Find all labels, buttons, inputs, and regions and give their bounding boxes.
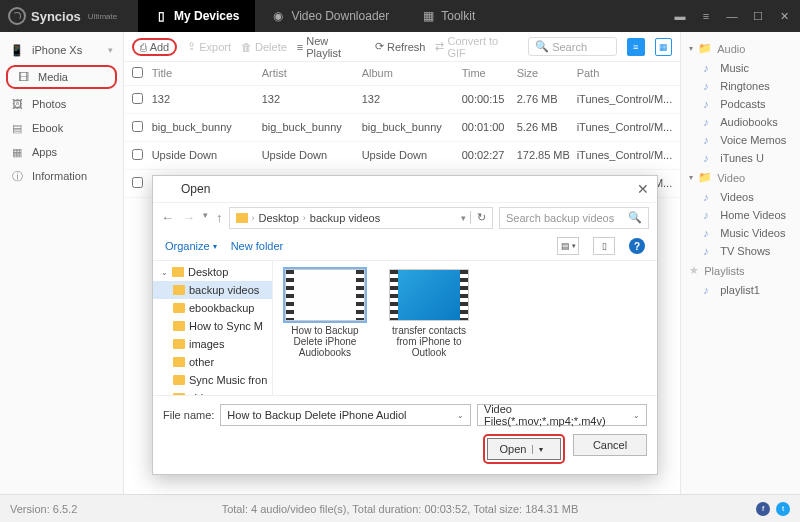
folder-tree[interactable]: ⌄Desktopbackup videosebookbackupHow to S…	[153, 261, 273, 395]
open-button[interactable]: Open ▾	[487, 438, 561, 460]
section-audio[interactable]: ▾📁Audio	[685, 38, 796, 59]
table-row[interactable]: Upside DownUpside DownUpside Down00:02:2…	[124, 142, 681, 170]
tree-node[interactable]: ⌄Desktop	[153, 263, 272, 281]
sidebar-item-apps[interactable]: ▦ Apps	[0, 140, 123, 164]
facebook-icon[interactable]: f	[756, 502, 770, 516]
tab-video-downloader[interactable]: ◉ Video Downloader	[255, 0, 405, 32]
maximize-icon[interactable]: ☐	[750, 10, 766, 23]
tab-toolkit[interactable]: ▦ Toolkit	[405, 0, 491, 32]
totals-text: Total: 4 audio/video file(s), Total dura…	[222, 503, 579, 515]
expand-icon[interactable]: ⌄	[161, 268, 168, 277]
tree-node[interactable]: other	[153, 353, 272, 371]
tree-node[interactable]: video	[153, 389, 272, 395]
twitter-icon[interactable]: t	[776, 502, 790, 516]
organize-button[interactable]: Organize▾	[165, 240, 217, 252]
row-checkbox[interactable]	[132, 149, 143, 160]
delete-button[interactable]: 🗑Delete	[241, 41, 287, 53]
category-item[interactable]: ♪TV Shows	[685, 242, 796, 260]
export-button[interactable]: ⇪Export	[187, 40, 231, 53]
cell-title: Upside Down	[152, 149, 262, 162]
chevron-down-icon[interactable]: ⌄	[457, 411, 464, 420]
cell-path: iTunes_Control/M...	[577, 121, 673, 134]
tab-my-devices[interactable]: ▯ My Devices	[138, 0, 255, 32]
device-selector[interactable]: 📱 iPhone Xs ▾	[0, 38, 123, 62]
tree-node[interactable]: ebookbackup	[153, 299, 272, 317]
select-all-checkbox[interactable]	[132, 67, 143, 78]
tree-node[interactable]: images	[153, 335, 272, 353]
add-button[interactable]: ⎙ Add	[132, 38, 178, 56]
minimize-icon[interactable]: —	[724, 10, 740, 23]
folder-icon: 📁	[698, 42, 712, 55]
table-row[interactable]: big_buck_bunnybig_buck_bunnybig_buck_bun…	[124, 114, 681, 142]
sidebar-item-ebook[interactable]: ▤ Ebook	[0, 116, 123, 140]
view-grid-button[interactable]: ▦	[655, 38, 673, 56]
close-icon[interactable]: ✕	[776, 10, 792, 23]
menu-icon[interactable]: ≡	[698, 10, 714, 23]
sidebar-label: Ebook	[32, 122, 63, 134]
view-mode-button[interactable]: ▤▾	[557, 237, 579, 255]
category-item[interactable]: ♪Music	[685, 59, 796, 77]
cancel-button[interactable]: Cancel	[573, 434, 647, 456]
search-input[interactable]: 🔍Search	[528, 37, 617, 56]
cell-time: 00:00:15	[462, 93, 517, 106]
category-item[interactable]: ♪iTunes U	[685, 149, 796, 167]
refresh-button[interactable]: ⟳Refresh	[375, 40, 426, 53]
dialog-search[interactable]: Search backup videos 🔍	[499, 207, 649, 229]
category-item[interactable]: ♪Ringtones	[685, 77, 796, 95]
tree-node[interactable]: Sync Music fron	[153, 371, 272, 389]
file-list[interactable]: How to Backup Delete iPhone Audiobooks t…	[273, 261, 657, 395]
category-item[interactable]: ♪Podcasts	[685, 95, 796, 113]
cell-path: iTunes_Control/M...	[577, 149, 673, 162]
new-folder-button[interactable]: New folder	[231, 240, 284, 252]
view-list-button[interactable]: ≡	[627, 38, 645, 56]
col-time[interactable]: Time	[462, 67, 517, 80]
category-item[interactable]: ♪playlist1	[685, 281, 796, 299]
col-size[interactable]: Size	[517, 67, 577, 80]
tree-node[interactable]: backup videos	[153, 281, 272, 299]
category-item[interactable]: ♪Home Videos	[685, 206, 796, 224]
file-thumb[interactable]: transfer contacts from iPhone to Outlook	[385, 269, 473, 358]
table-row[interactable]: 13213213200:00:152.76 MBiTunes_Control/M…	[124, 86, 681, 114]
row-checkbox[interactable]	[132, 177, 143, 188]
row-checkbox[interactable]	[132, 121, 143, 132]
category-item[interactable]: ♪Voice Memos	[685, 131, 796, 149]
convert-gif-button[interactable]: ⇄Convert to GIF	[435, 35, 518, 59]
breadcrumb[interactable]: › Desktop › backup videos ▾ ↻	[229, 207, 494, 229]
category-item[interactable]: ♪Audiobooks	[685, 113, 796, 131]
filetype-select[interactable]: Video Files(*.mov;*.mp4;*.m4v) ⌄	[477, 404, 647, 426]
new-playlist-button[interactable]: ≡New Playlist	[297, 35, 365, 59]
filename-input[interactable]: How to Backup Delete iPhone Audiol ⌄	[220, 404, 471, 426]
col-title[interactable]: Title	[152, 67, 262, 80]
sidebar-item-media[interactable]: 🎞 Media	[6, 65, 117, 89]
up-icon[interactable]: ↑	[216, 210, 223, 225]
col-album[interactable]: Album	[362, 67, 462, 80]
crumb-folder[interactable]: backup videos	[310, 212, 380, 224]
help-icon[interactable]: ?	[629, 238, 645, 254]
sidebar-item-information[interactable]: ⓘ Information	[0, 164, 123, 188]
section-playlists[interactable]: ★Playlists	[685, 260, 796, 281]
file-name: How to Backup Delete iPhone Audiobooks	[281, 325, 369, 358]
chat-icon[interactable]: ▬	[672, 10, 688, 23]
tree-node[interactable]: How to Sync M	[153, 317, 272, 335]
preview-pane-button[interactable]: ▯	[593, 237, 615, 255]
crumb-desktop[interactable]: Desktop	[259, 212, 299, 224]
refresh-icon[interactable]: ↻	[470, 211, 486, 224]
gif-icon: ⇄	[435, 40, 444, 53]
file-thumb[interactable]: How to Backup Delete iPhone Audiobooks	[281, 269, 369, 358]
col-artist[interactable]: Artist	[262, 67, 362, 80]
cell-size: 172.85 MB	[517, 149, 577, 162]
forward-icon[interactable]: →	[182, 210, 195, 225]
back-icon[interactable]: ←	[161, 210, 174, 225]
col-path[interactable]: Path	[577, 67, 673, 80]
sidebar-item-photos[interactable]: 🖼 Photos	[0, 92, 123, 116]
play-circle-icon: ◉	[271, 9, 285, 23]
chevron-down-icon[interactable]: ▾	[203, 210, 208, 225]
category-item[interactable]: ♪Music Videos	[685, 224, 796, 242]
chevron-down-icon[interactable]: ▾	[461, 213, 466, 223]
row-checkbox[interactable]	[132, 93, 143, 104]
close-icon[interactable]: ✕	[637, 181, 649, 197]
cell-title: 132	[152, 93, 262, 106]
chevron-down-icon[interactable]: ▾	[532, 445, 548, 454]
section-video[interactable]: ▾📁Video	[685, 167, 796, 188]
category-item[interactable]: ♪Videos	[685, 188, 796, 206]
